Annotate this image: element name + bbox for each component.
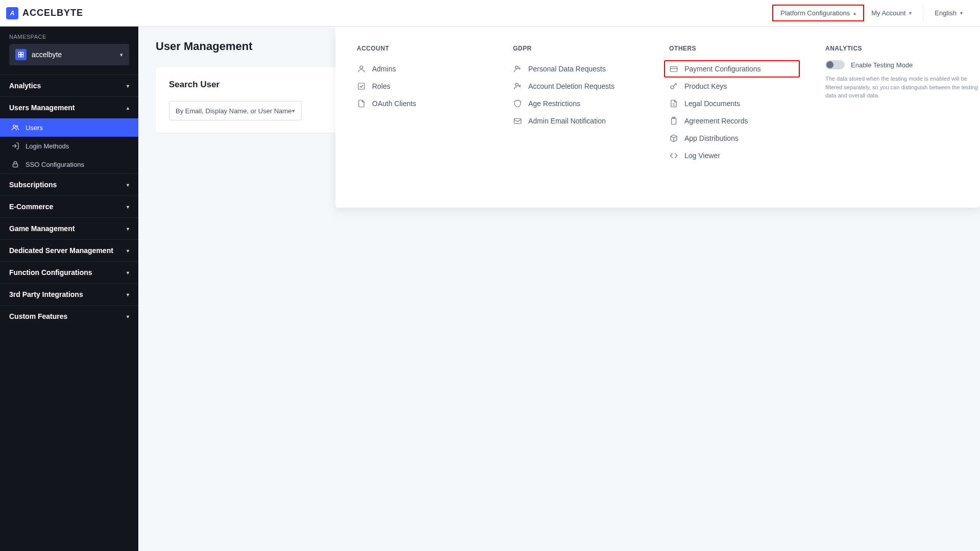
my-account-menu[interactable]: My Account bbox=[864, 6, 919, 20]
svg-rect-11 bbox=[514, 119, 521, 124]
menu-personal-data-label: Personal Data Requests bbox=[528, 65, 606, 73]
box-icon bbox=[669, 134, 678, 143]
menu-age-restrictions[interactable]: Age Restrictions bbox=[513, 95, 669, 112]
menu-oauth-label: OAuth Clients bbox=[372, 99, 416, 108]
brand-logo: A bbox=[6, 7, 18, 19]
svg-point-4 bbox=[13, 125, 16, 128]
namespace-label: NAMESPACE bbox=[0, 34, 138, 44]
chevron-down-icon bbox=[120, 52, 123, 58]
menu-agreement-records-label: Agreement Records bbox=[684, 117, 748, 125]
platform-configurations-menu[interactable]: Platform Configurations bbox=[772, 5, 864, 21]
nav-third-party[interactable]: 3rd Party Integrations bbox=[0, 283, 138, 305]
chevron-down-icon bbox=[292, 108, 295, 114]
sidebar-item-sso-label: SSO Configurations bbox=[26, 161, 84, 168]
panel-gdpr-title: GDPR bbox=[513, 45, 669, 52]
menu-admins[interactable]: Admins bbox=[357, 60, 513, 78]
panel-analytics-title: ANALYTICS bbox=[825, 45, 978, 52]
panel-account-title: ACCOUNT bbox=[357, 45, 513, 52]
login-icon bbox=[11, 142, 19, 150]
menu-payment-configurations[interactable]: Payment Configurations bbox=[664, 60, 800, 78]
panel-col-others: OTHERS Payment Configurations Product Ke… bbox=[669, 45, 825, 189]
top-header: A ACCELBYTE Platform Configurations My A… bbox=[0, 0, 980, 27]
namespace-value: accelbyte bbox=[32, 51, 115, 59]
sidebar-item-users-label: Users bbox=[26, 124, 43, 132]
nav-analytics[interactable]: Analytics bbox=[0, 74, 138, 96]
chevron-down-icon bbox=[127, 314, 129, 319]
testing-mode-description: The data stored when the testing mode is… bbox=[825, 74, 978, 100]
menu-app-distributions[interactable]: App Distributions bbox=[669, 130, 825, 147]
nav-function-config[interactable]: Function Configurations bbox=[0, 261, 138, 283]
menu-account-deletion-label: Account Deletion Requests bbox=[528, 82, 615, 90]
chevron-down-icon bbox=[127, 270, 129, 276]
svg-rect-2 bbox=[18, 55, 20, 57]
menu-log-viewer[interactable]: Log Viewer bbox=[669, 147, 825, 164]
svg-point-5 bbox=[16, 126, 18, 127]
svg-point-10 bbox=[516, 83, 518, 86]
testing-mode-label: Enable Testing Mode bbox=[851, 61, 913, 69]
chevron-up-icon bbox=[127, 105, 129, 111]
nav-third-party-label: 3rd Party Integrations bbox=[9, 290, 83, 298]
document-icon bbox=[357, 99, 366, 108]
lock-icon bbox=[11, 160, 19, 168]
users-icon bbox=[11, 123, 19, 132]
menu-roles[interactable]: Roles bbox=[357, 78, 513, 95]
menu-legal-documents-label: Legal Documents bbox=[684, 99, 740, 108]
nav-ecommerce[interactable]: E-Commerce bbox=[0, 195, 138, 217]
menu-admin-email-notification[interactable]: Admin Email Notification bbox=[513, 112, 669, 130]
panel-others-title: OTHERS bbox=[669, 45, 825, 52]
menu-agreement-records[interactable]: Agreement Records bbox=[669, 112, 825, 130]
svg-point-7 bbox=[360, 66, 363, 69]
language-label: English bbox=[935, 9, 957, 17]
nav-users-management[interactable]: Users Management bbox=[0, 96, 138, 118]
shield-icon bbox=[513, 99, 522, 108]
menu-product-keys[interactable]: Product Keys bbox=[669, 78, 825, 95]
brand-logo-letter: A bbox=[10, 10, 15, 17]
nav-users-management-label: Users Management bbox=[9, 104, 75, 112]
chevron-down-icon bbox=[909, 10, 912, 16]
nav-ecommerce-label: E-Commerce bbox=[9, 203, 53, 211]
user-icon bbox=[357, 64, 366, 73]
menu-legal-documents[interactable]: Legal Documents bbox=[669, 95, 825, 112]
testing-mode-row: Enable Testing Mode bbox=[825, 60, 978, 69]
nav-dedicated-server[interactable]: Dedicated Server Management bbox=[0, 239, 138, 261]
chevron-down-icon bbox=[127, 204, 129, 210]
chevron-down-icon bbox=[127, 182, 129, 188]
user-plus-icon bbox=[513, 64, 522, 73]
file-text-icon bbox=[669, 99, 678, 108]
menu-log-viewer-label: Log Viewer bbox=[684, 152, 720, 160]
nav-game-management[interactable]: Game Management bbox=[0, 217, 138, 239]
nav-dedicated-server-label: Dedicated Server Management bbox=[9, 246, 113, 255]
svg-rect-8 bbox=[358, 83, 364, 89]
header-right: Platform Configurations My Account Engli… bbox=[772, 5, 970, 22]
platform-configurations-panel: ACCOUNT Admins Roles OAuth Clients GDPR bbox=[335, 27, 980, 208]
menu-personal-data-requests[interactable]: Personal Data Requests bbox=[513, 60, 669, 78]
testing-mode-toggle[interactable] bbox=[825, 60, 845, 69]
svg-rect-6 bbox=[13, 164, 17, 167]
svg-point-13 bbox=[671, 86, 674, 89]
chevron-up-icon bbox=[853, 10, 856, 16]
sidebar-item-login-methods[interactable]: Login Methods bbox=[0, 137, 138, 155]
menu-account-deletion-requests[interactable]: Account Deletion Requests bbox=[513, 78, 669, 95]
menu-admin-email-label: Admin Email Notification bbox=[528, 117, 606, 125]
language-menu[interactable]: English bbox=[927, 6, 970, 20]
chevron-down-icon bbox=[127, 226, 129, 232]
search-by-select[interactable]: By Email, Display Name, or User Name bbox=[169, 101, 302, 120]
sidebar-item-sso[interactable]: SSO Configurations bbox=[0, 155, 138, 173]
sidebar-item-login-methods-label: Login Methods bbox=[26, 142, 69, 150]
menu-product-keys-label: Product Keys bbox=[684, 82, 727, 90]
sidebar-item-users[interactable]: Users bbox=[0, 118, 138, 137]
menu-admins-label: Admins bbox=[372, 65, 396, 73]
nav-subscriptions[interactable]: Subscriptions bbox=[0, 173, 138, 195]
svg-rect-3 bbox=[21, 55, 23, 57]
clipboard-icon bbox=[669, 116, 678, 126]
menu-oauth-clients[interactable]: OAuth Clients bbox=[357, 95, 513, 112]
nav-custom-features[interactable]: Custom Features bbox=[0, 305, 138, 327]
namespace-selector[interactable]: accelbyte bbox=[9, 44, 129, 65]
check-square-icon bbox=[357, 82, 366, 91]
panel-col-account: ACCOUNT Admins Roles OAuth Clients bbox=[357, 45, 513, 189]
svg-rect-1 bbox=[21, 52, 23, 54]
menu-app-distributions-label: App Distributions bbox=[684, 134, 739, 142]
code-icon bbox=[669, 151, 678, 160]
main-content: User Management Search User By Email, Di… bbox=[138, 27, 980, 551]
menu-age-restrictions-label: Age Restrictions bbox=[528, 99, 580, 108]
